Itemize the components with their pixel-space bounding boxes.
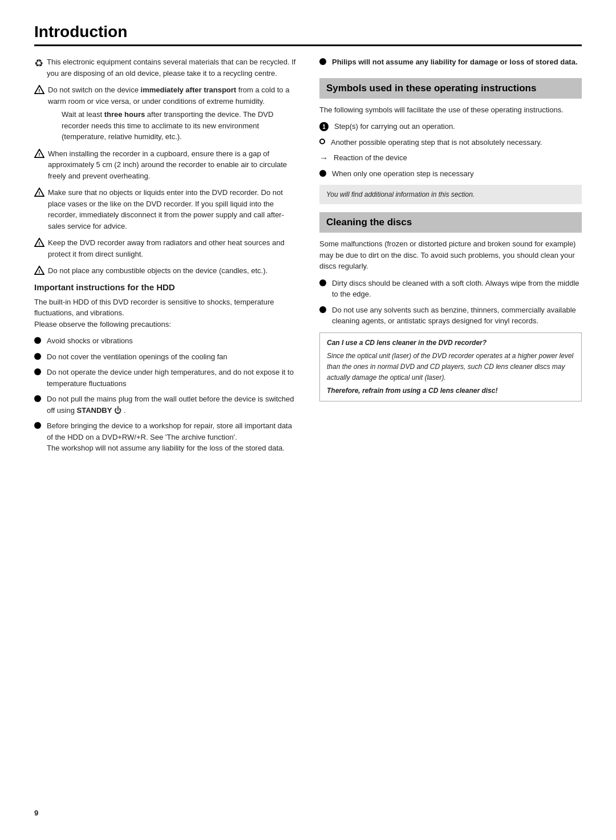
arrow-right-icon: → bbox=[319, 153, 328, 162]
svg-text:!: ! bbox=[39, 152, 40, 157]
hdd-section-heading: Important instructions for the HDD bbox=[34, 282, 297, 292]
svg-text:!: ! bbox=[39, 269, 40, 274]
warning-triangle-icon: ! bbox=[34, 85, 44, 95]
bullet-circle-icon bbox=[319, 279, 326, 286]
step-number-icon: 1 bbox=[319, 122, 329, 131]
warning-triangle-icon-2: ! bbox=[34, 149, 44, 159]
symbol-hollow-step: Another possible operating step that is … bbox=[319, 137, 582, 148]
warning-triangle-icon-5: ! bbox=[34, 266, 44, 276]
warning-transport: ! Do not switch on the device immediatel… bbox=[34, 84, 297, 143]
symbols-section-header: Symbols used in these operating instruct… bbox=[319, 78, 582, 99]
hdd-bullet-1: Avoid shocks or vibrations bbox=[34, 335, 297, 347]
bullet-circle-icon bbox=[34, 422, 41, 429]
caution-text-1: Since the optical unit (laser) of the DV… bbox=[327, 351, 574, 384]
svg-text:!: ! bbox=[39, 88, 40, 94]
warning-triangle-icon-4: ! bbox=[34, 238, 44, 248]
symbol-circle-one-step: When only one operation step is necessar… bbox=[319, 168, 582, 180]
caution-text-2: Therefore, refrain from using a CD lens … bbox=[327, 385, 574, 396]
recycle-text: This electronic equipment contains sever… bbox=[47, 56, 297, 79]
recycle-icon: ♻ bbox=[34, 57, 43, 70]
cleaning-bullet-1: Dirty discs should be cleaned with a sof… bbox=[319, 278, 582, 300]
cleaning-section-header: Cleaning the discs bbox=[319, 212, 582, 233]
caution-box: Can I use a CD lens cleaner in the DVD r… bbox=[319, 332, 582, 402]
hollow-circle-icon bbox=[319, 139, 325, 144]
title-divider bbox=[34, 44, 582, 46]
page-title: Introduction bbox=[34, 23, 582, 41]
cleaning-intro: Some malfunctions (frozen or distorted p… bbox=[319, 238, 582, 272]
warning-radiators: ! Keep the DVD recorder away from radiat… bbox=[34, 237, 297, 259]
page-number: 9 bbox=[34, 809, 38, 817]
svg-text:!: ! bbox=[39, 241, 40, 246]
main-content: ♻ This electronic equipment contains sev… bbox=[34, 56, 582, 458]
warning-triangle-icon-3: ! bbox=[34, 188, 44, 198]
bullet-circle-icon bbox=[319, 306, 326, 313]
hdd-bullet-2: Do not cover the ventilation openings of… bbox=[34, 351, 297, 363]
right-column: Philips will not assume any liability fo… bbox=[319, 56, 582, 458]
warning-cupboard: ! When installing the recorder in a cupb… bbox=[34, 148, 297, 182]
bullet-circle-icon bbox=[34, 337, 41, 344]
recycle-item: ♻ This electronic equipment contains sev… bbox=[34, 56, 297, 79]
symbol-numbered-step: 1 Step(s) for carrying out an operation. bbox=[319, 121, 582, 132]
hdd-intro: The built-in HDD of this DVD recorder is… bbox=[34, 297, 297, 330]
warning-combustible: ! Do not place any combustible objects o… bbox=[34, 265, 297, 277]
info-box: You will find additional information in … bbox=[319, 185, 582, 204]
left-column: ♻ This electronic equipment contains sev… bbox=[34, 56, 297, 458]
symbols-intro: The following symbols will facilitate th… bbox=[319, 104, 582, 116]
liability-bullet: Philips will not assume any liability fo… bbox=[319, 56, 582, 68]
hdd-bullet-3: Do not operate the device under high tem… bbox=[34, 367, 297, 389]
warning-liquids: ! Make sure that no objects or liquids e… bbox=[34, 187, 297, 232]
hdd-bullet-4: Do not pull the mains plug from the wall… bbox=[34, 393, 297, 416]
bullet-circle-icon bbox=[34, 395, 41, 402]
hdd-bullet-5: Before bringing the device to a workshop… bbox=[34, 420, 297, 454]
cleaning-bullet-2: Do not use any solvents such as benzine,… bbox=[319, 305, 582, 327]
bullet-circle-icon bbox=[34, 368, 41, 375]
bullet-circle-icon bbox=[34, 353, 41, 360]
symbol-arrow-reaction: → Reaction of the device bbox=[319, 152, 582, 164]
bullet-circle-icon bbox=[319, 170, 326, 177]
bullet-circle-icon bbox=[319, 58, 326, 65]
svg-text:!: ! bbox=[39, 190, 40, 196]
caution-title: Can I use a CD lens cleaner in the DVD r… bbox=[327, 338, 574, 348]
